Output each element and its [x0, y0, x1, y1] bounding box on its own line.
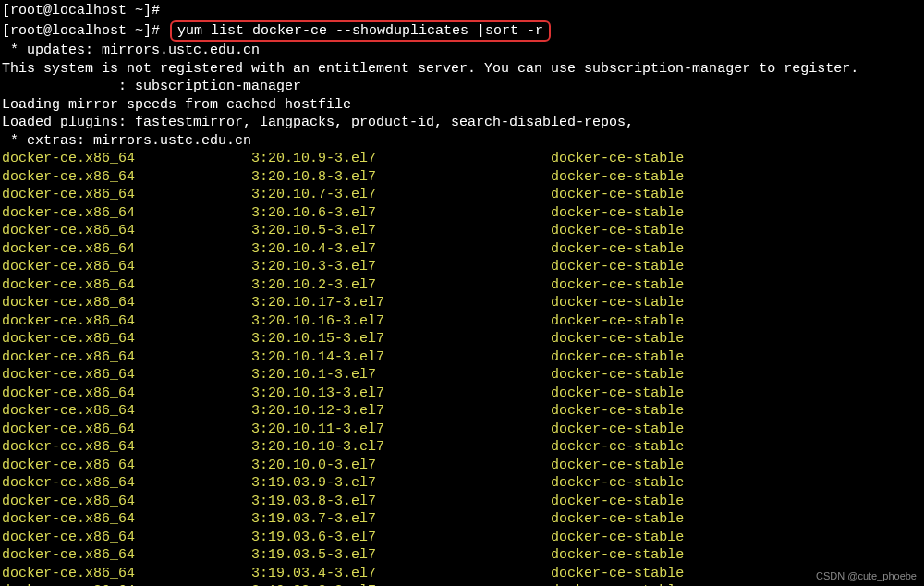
package-name: docker-ce.x86_64: [2, 385, 251, 401]
package-version: 3:20.10.9-3.el7: [251, 151, 551, 166]
package-repo: docker-ce-stable: [551, 169, 684, 185]
package-row: docker-ce.x86_64 3:20.10.11-3.el7 docker…: [2, 421, 924, 439]
package-repo: docker-ce-stable: [551, 187, 684, 202]
package-repo: docker-ce-stable: [551, 458, 684, 473]
info-line: : subscription-manager: [2, 78, 924, 96]
package-version: 3:20.10.1-3.el7: [251, 367, 551, 383]
package-row: docker-ce.x86_64 3:19.03.3-3.el7 docker-…: [2, 582, 924, 586]
package-row: docker-ce.x86_64 3:19.03.6-3.el7 docker-…: [2, 529, 924, 547]
package-row: docker-ce.x86_64 3:20.10.4-3.el7 docker-…: [2, 240, 924, 259]
package-version: 3:19.03.7-3.el7: [251, 511, 551, 527]
package-version: 3:20.10.8-3.el7: [251, 169, 551, 185]
package-version: 3:20.10.13-3.el7: [251, 385, 551, 401]
package-name: docker-ce.x86_64: [2, 187, 251, 202]
package-version: 3:20.10.15-3.el7: [251, 331, 551, 347]
package-repo: docker-ce-stable: [551, 313, 684, 329]
package-version: 3:20.10.3-3.el7: [251, 259, 551, 275]
package-row: docker-ce.x86_64 3:20.10.2-3.el7 docker-…: [2, 276, 924, 295]
package-repo: docker-ce-stable: [551, 295, 684, 311]
package-name: docker-ce.x86_64: [2, 259, 251, 275]
package-name: docker-ce.x86_64: [2, 403, 251, 419]
info-line: Loaded plugins: fastestmirror, langpacks…: [2, 114, 924, 132]
package-row: docker-ce.x86_64 3:20.10.6-3.el7 docker-…: [2, 204, 924, 223]
package-row: docker-ce.x86_64 3:20.10.7-3.el7 docker-…: [2, 186, 924, 204]
package-name: docker-ce.x86_64: [2, 439, 251, 455]
package-repo: docker-ce-stable: [551, 331, 684, 347]
package-repo: docker-ce-stable: [551, 475, 684, 491]
package-name: docker-ce.x86_64: [2, 205, 251, 221]
package-name: docker-ce.x86_64: [2, 151, 251, 166]
package-row: docker-ce.x86_64 3:20.10.13-3.el7 docker…: [2, 385, 924, 403]
package-row: docker-ce.x86_64 3:19.03.8-3.el7 docker-…: [2, 493, 924, 511]
package-row: docker-ce.x86_64 3:20.10.5-3.el7 docker-…: [2, 222, 924, 240]
package-version: 3:19.03.5-3.el7: [251, 547, 551, 563]
shell-prompt: [root@localhost ~]#: [2, 23, 168, 39]
package-name: docker-ce.x86_64: [2, 367, 251, 383]
package-repo: docker-ce-stable: [551, 511, 684, 527]
package-version: 3:20.10.10-3.el7: [251, 439, 551, 455]
package-version: 3:20.10.14-3.el7: [251, 349, 551, 365]
package-row: docker-ce.x86_64 3:19.03.5-3.el7 docker-…: [2, 546, 924, 565]
package-row: docker-ce.x86_64 3:20.10.17-3.el7 docker…: [2, 294, 924, 312]
prompt-line-command: [root@localhost ~]# yum list docker-ce -…: [2, 20, 924, 43]
package-row: docker-ce.x86_64 3:20.10.16-3.el7 docker…: [2, 312, 924, 331]
package-row: docker-ce.x86_64 3:20.10.3-3.el7 docker-…: [2, 258, 924, 276]
package-version: 3:19.03.8-3.el7: [251, 494, 551, 509]
package-row: docker-ce.x86_64 3:20.10.10-3.el7 docker…: [2, 438, 924, 457]
package-name: docker-ce.x86_64: [2, 547, 251, 563]
package-repo: docker-ce-stable: [551, 205, 684, 221]
package-row: docker-ce.x86_64 3:19.03.4-3.el7 docker-…: [2, 565, 924, 583]
package-list: docker-ce.x86_64 3:20.10.9-3.el7 docker-…: [2, 150, 924, 586]
package-repo: docker-ce-stable: [551, 421, 684, 437]
package-version: 3:20.10.17-3.el7: [251, 295, 551, 311]
package-repo: docker-ce-stable: [551, 566, 684, 581]
package-name: docker-ce.x86_64: [2, 349, 251, 365]
package-name: docker-ce.x86_64: [2, 313, 251, 329]
package-row: docker-ce.x86_64 3:19.03.9-3.el7 docker-…: [2, 474, 924, 493]
info-line: This system is not registered with an en…: [2, 60, 924, 79]
package-name: docker-ce.x86_64: [2, 494, 251, 509]
info-line: * extras: mirrors.ustc.edu.cn: [2, 132, 924, 151]
package-repo: docker-ce-stable: [551, 530, 684, 545]
package-version: 3:20.10.6-3.el7: [251, 205, 551, 221]
package-version: 3:20.10.7-3.el7: [251, 187, 551, 202]
shell-prompt: [root@localhost ~]#: [2, 3, 160, 18]
package-name: docker-ce.x86_64: [2, 421, 251, 437]
package-name: docker-ce.x86_64: [2, 458, 251, 473]
package-version: 3:20.10.5-3.el7: [251, 223, 551, 238]
package-name: docker-ce.x86_64: [2, 511, 251, 527]
package-version: 3:20.10.12-3.el7: [251, 403, 551, 419]
package-repo: docker-ce-stable: [551, 349, 684, 365]
package-repo: docker-ce-stable: [551, 403, 684, 419]
command-text: yum list docker-ce --showduplicates |sor…: [177, 23, 543, 39]
package-version: 3:20.10.11-3.el7: [251, 421, 551, 437]
package-row: docker-ce.x86_64 3:20.10.15-3.el7 docker…: [2, 330, 924, 348]
package-repo: docker-ce-stable: [551, 151, 684, 166]
package-name: docker-ce.x86_64: [2, 241, 251, 257]
package-repo: docker-ce-stable: [551, 223, 684, 238]
package-repo: docker-ce-stable: [551, 367, 684, 383]
package-version: 3:20.10.2-3.el7: [251, 277, 551, 293]
package-repo: docker-ce-stable: [551, 241, 684, 257]
package-row: docker-ce.x86_64 3:20.10.14-3.el7 docker…: [2, 348, 924, 367]
package-repo: docker-ce-stable: [551, 547, 684, 563]
info-line: Loading mirror speeds from cached hostfi…: [2, 96, 924, 115]
package-name: docker-ce.x86_64: [2, 277, 251, 293]
package-version: 3:20.10.16-3.el7: [251, 313, 551, 329]
package-version: 3:20.10.0-3.el7: [251, 458, 551, 473]
highlighted-command-box: yum list docker-ce --showduplicates |sor…: [170, 20, 551, 43]
package-version: 3:20.10.4-3.el7: [251, 241, 551, 257]
package-version: 3:19.03.4-3.el7: [251, 566, 551, 581]
info-lines: * updates: mirrors.ustc.edu.cnThis syste…: [2, 42, 924, 150]
terminal-output[interactable]: [root@localhost ~]# [root@localhost ~]# …: [0, 0, 924, 586]
package-name: docker-ce.x86_64: [2, 331, 251, 347]
package-repo: docker-ce-stable: [551, 277, 684, 293]
package-name: docker-ce.x86_64: [2, 295, 251, 311]
package-version: 3:19.03.6-3.el7: [251, 530, 551, 545]
package-repo: docker-ce-stable: [551, 439, 684, 455]
package-repo: docker-ce-stable: [551, 259, 684, 275]
package-row: docker-ce.x86_64 3:20.10.0-3.el7 docker-…: [2, 457, 924, 475]
package-name: docker-ce.x86_64: [2, 475, 251, 491]
package-row: docker-ce.x86_64 3:19.03.7-3.el7 docker-…: [2, 510, 924, 529]
package-row: docker-ce.x86_64 3:20.10.1-3.el7 docker-…: [2, 366, 924, 385]
